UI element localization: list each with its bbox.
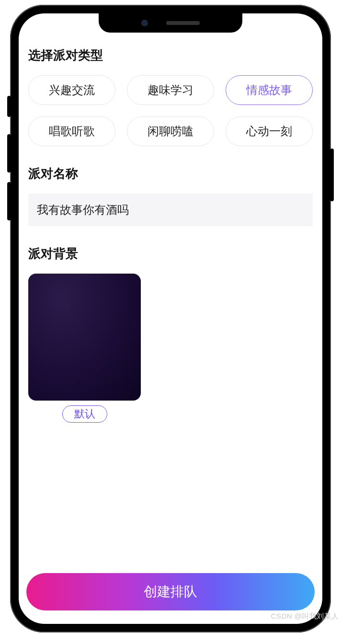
party-name-input[interactable] [28, 194, 313, 226]
front-camera-icon [141, 20, 148, 26]
background-label: 默认 [62, 405, 107, 423]
type-chip-emotion[interactable]: 情感故事 [226, 75, 313, 105]
phone-notch [99, 13, 242, 33]
party-name-field-wrap [28, 194, 313, 226]
watermark-text: CSDN @叫我刘某人 [271, 612, 339, 621]
party-type-grid: 兴趣交流 趣味学习 情感故事 唱歌听歌 闲聊唠嗑 心动一刻 [28, 75, 313, 146]
type-chip-interest[interactable]: 兴趣交流 [28, 75, 115, 105]
phone-volume-down [7, 182, 11, 220]
background-thumbnail [28, 274, 141, 401]
form-content: 选择派对类型 兴趣交流 趣味学习 情感故事 唱歌听歌 闲聊唠嗑 心动一刻 派对名… [19, 13, 322, 567]
phone-volume-up [7, 134, 11, 172]
background-list: 默认 [28, 274, 313, 423]
phone-screen: 选择派对类型 兴趣交流 趣味学习 情感故事 唱歌听歌 闲聊唠嗑 心动一刻 派对名… [19, 13, 322, 624]
speaker-icon [166, 21, 200, 25]
party-type-title: 选择派对类型 [28, 47, 313, 64]
background-option-default[interactable]: 默认 [28, 274, 141, 423]
phone-power-button [330, 149, 334, 201]
party-name-title: 派对名称 [28, 165, 313, 182]
type-chip-chat[interactable]: 闲聊唠嗑 [127, 116, 214, 146]
type-chip-study[interactable]: 趣味学习 [127, 75, 214, 105]
create-party-button[interactable]: 创建排队 [26, 573, 315, 610]
party-bg-title: 派对背景 [28, 245, 313, 262]
type-chip-heartbeat[interactable]: 心动一刻 [226, 116, 313, 146]
type-chip-singing[interactable]: 唱歌听歌 [28, 116, 115, 146]
phone-frame: 选择派对类型 兴趣交流 趣味学习 情感故事 唱歌听歌 闲聊唠嗑 心动一刻 派对名… [10, 5, 331, 632]
phone-side-button [7, 96, 11, 117]
